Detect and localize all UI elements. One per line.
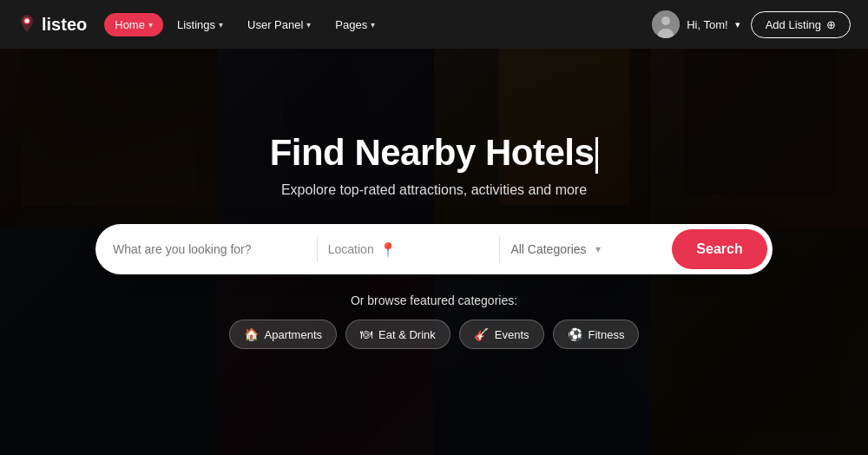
logo-icon — [17, 13, 36, 36]
browse-section: Or browse featured categories: 🏠 Apartme… — [229, 293, 640, 349]
svg-point-3 — [661, 16, 670, 25]
search-bar: Location 📍 All Categories ▾ Search — [95, 224, 773, 274]
logo[interactable]: listeo — [17, 13, 87, 36]
hero-subtitle: Expolore top-rated attractions, activiti… — [281, 182, 587, 198]
nav-item-listings[interactable]: Listings ▾ — [167, 13, 233, 36]
fitness-icon: ⚽ — [568, 327, 582, 341]
plus-icon: ⊕ — [826, 18, 836, 31]
hero-content: Find Nearby Hotels Expolore top-rated at… — [0, 0, 868, 455]
avatar — [652, 10, 680, 38]
search-button[interactable]: Search — [672, 229, 767, 269]
divider-2 — [499, 236, 500, 262]
chevron-down-icon: ▾ — [148, 20, 153, 30]
user-area[interactable]: Hi, Tom! ▾ — [652, 10, 740, 38]
browse-label: Or browse featured categories: — [351, 293, 517, 307]
category-pill-events[interactable]: 🎸 Events — [459, 320, 544, 349]
svg-point-1 — [25, 18, 30, 23]
chevron-down-icon: ▾ — [306, 20, 311, 30]
chevron-down-icon: ▾ — [219, 20, 223, 30]
nav-item-pages[interactable]: Pages ▾ — [325, 13, 385, 36]
divider-1 — [317, 236, 318, 262]
events-icon: 🎸 — [474, 327, 489, 341]
location-field[interactable]: Location 📍 — [328, 241, 490, 258]
category-pill-fitness[interactable]: ⚽ Fitness — [553, 320, 640, 349]
user-greeting: Hi, Tom! — [687, 18, 727, 31]
keyword-search-input[interactable] — [113, 242, 306, 256]
nav-item-home[interactable]: Home ▾ — [104, 13, 163, 36]
cursor — [595, 137, 598, 174]
nav-item-user-panel[interactable]: User Panel ▾ — [237, 13, 321, 36]
category-pills: 🏠 Apartments 🍽 Eat & Drink 🎸 Events ⚽ Fi… — [229, 320, 640, 349]
apartments-icon: 🏠 — [244, 327, 259, 341]
category-chevron-icon: ▾ — [595, 243, 601, 255]
location-pin-icon: 📍 — [379, 241, 397, 258]
hero-section: Find Nearby Hotels Expolore top-rated at… — [0, 0, 868, 455]
category-dropdown[interactable]: All Categories ▾ — [510, 242, 672, 256]
user-chevron-icon: ▾ — [735, 19, 740, 30]
hero-title: Find Nearby Hotels — [270, 132, 599, 174]
eat-drink-icon: 🍽 — [360, 327, 372, 341]
nav-items: Home ▾ Listings ▾ User Panel ▾ Pages ▾ — [104, 13, 652, 36]
chevron-down-icon: ▾ — [371, 20, 375, 30]
category-pill-apartments[interactable]: 🏠 Apartments — [229, 320, 337, 349]
location-placeholder: Location — [328, 242, 374, 256]
nav-right: Hi, Tom! ▾ Add Listing ⊕ — [652, 10, 851, 38]
add-listing-button[interactable]: Add Listing ⊕ — [751, 11, 851, 38]
logo-text: listeo — [42, 15, 87, 35]
navbar: listeo Home ▾ Listings ▾ User Panel ▾ Pa… — [0, 0, 868, 49]
category-pill-eat-drink[interactable]: 🍽 Eat & Drink — [345, 320, 450, 349]
